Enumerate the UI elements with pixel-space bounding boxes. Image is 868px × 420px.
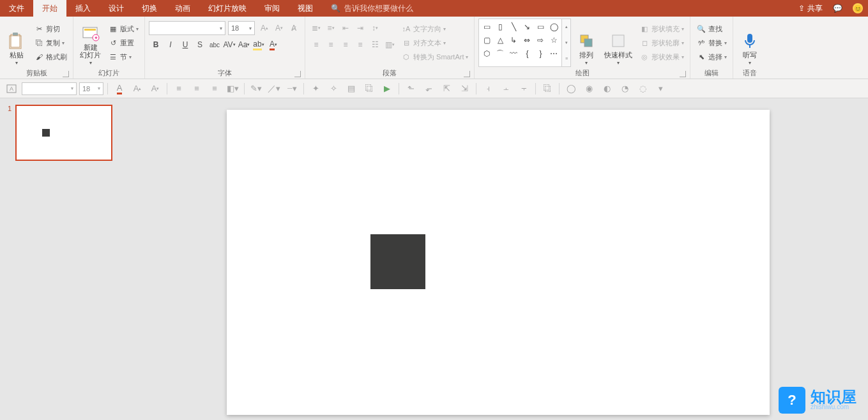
q-distribute-h[interactable]: ⫠ xyxy=(498,82,514,96)
shape-line-icon[interactable]: ╲ xyxy=(507,20,520,33)
q-shapecolor[interactable]: ◧▾ xyxy=(225,82,240,96)
tab-home[interactable]: 开始 xyxy=(33,0,66,17)
q-anim1[interactable]: ✦ xyxy=(308,82,323,96)
shapes-gallery-scroll[interactable]: ▴▾≡ xyxy=(562,19,571,67)
shape-oval-icon[interactable]: ◯ xyxy=(547,20,560,33)
arrange-button[interactable]: 排列 ▾ xyxy=(574,19,599,67)
columns-button[interactable]: ▥▾ xyxy=(383,38,397,52)
replace-button[interactable]: ᵃ⁄ᵇ替换▾ xyxy=(694,36,729,49)
underline-button[interactable]: U xyxy=(178,38,192,52)
align-center-button[interactable]: ≡ xyxy=(324,38,338,52)
q-bring-forward[interactable]: ⇱ xyxy=(439,82,454,96)
highlight-button[interactable]: ab▾ xyxy=(252,38,266,52)
q-send-back[interactable]: ⬐ xyxy=(421,82,436,96)
shape-textbox-icon[interactable]: ▭ xyxy=(480,20,493,33)
shape-curve-icon[interactable]: 〰 xyxy=(507,47,520,60)
q-align[interactable]: ⫞ xyxy=(480,82,496,96)
q-merge5[interactable]: ◌ xyxy=(635,82,650,96)
share-button[interactable]: ⇪ 共享 xyxy=(798,3,823,14)
section-button[interactable]: ☰节▾ xyxy=(106,50,141,63)
shape-hex-icon[interactable]: ⬡ xyxy=(480,47,493,60)
reset-button[interactable]: ↺重置 xyxy=(106,36,141,49)
tab-transition[interactable]: 切换 xyxy=(133,0,166,17)
shape-outline-button[interactable]: ◻形状轮廓▾ xyxy=(637,36,686,49)
paste-button[interactable]: 粘贴 ▾ xyxy=(4,19,29,67)
q-font-select[interactable]: ▾ xyxy=(22,82,77,95)
quick-styles-button[interactable]: 快速样式 ▾ xyxy=(602,19,635,67)
shape-effects-button[interactable]: ◎形状效果▾ xyxy=(637,50,686,63)
q-merge3[interactable]: ◐ xyxy=(599,82,614,96)
shape-triangle-icon[interactable]: △ xyxy=(494,34,506,47)
drawing-launcher[interactable] xyxy=(680,71,686,77)
shape-star-icon[interactable]: ☆ xyxy=(547,34,560,47)
line-spacing-button[interactable]: ↕▾ xyxy=(368,21,382,35)
find-button[interactable]: 🔍查找 xyxy=(694,22,729,35)
q-decfont[interactable]: A▾ xyxy=(148,82,163,96)
tab-design[interactable]: 设计 xyxy=(100,0,133,17)
q-incfont[interactable]: A▴ xyxy=(130,82,145,96)
tab-slideshow[interactable]: 幻灯片放映 xyxy=(199,0,255,17)
shape-square[interactable] xyxy=(370,234,425,289)
justify-button[interactable]: ≡ xyxy=(353,38,367,52)
q-merge4[interactable]: ◔ xyxy=(617,82,632,96)
select-button[interactable]: ⬉选择▾ xyxy=(694,50,729,63)
convert-smartart-button[interactable]: ⬡转换为 SmartArt▾ xyxy=(399,50,470,63)
italic-button[interactable]: I xyxy=(164,38,178,52)
q-group[interactable]: ⿻ xyxy=(362,82,377,96)
slide-thumbnails-panel[interactable]: 1 xyxy=(0,98,128,420)
bold-button[interactable]: B xyxy=(149,38,163,52)
account-smiley-icon[interactable]: 😊 xyxy=(853,3,863,13)
new-slide-button[interactable]: ✦ 新建 幻灯片 ▾ xyxy=(77,19,103,67)
shape-elbow-icon[interactable]: ↳ xyxy=(507,34,520,47)
format-painter-button[interactable]: 🖌格式刷 xyxy=(32,50,69,63)
shape-brace-r-icon[interactable]: } xyxy=(534,47,547,60)
clear-format-button[interactable]: A̷ xyxy=(287,21,301,35)
q-distribute-v[interactable]: ⫟ xyxy=(516,82,531,96)
font-launcher[interactable] xyxy=(294,71,301,77)
text-direction-button[interactable]: ↕A文字方向▾ xyxy=(399,22,470,35)
q-align-r[interactable]: ≡ xyxy=(207,82,222,96)
q-send-backward[interactable]: ⇲ xyxy=(457,82,472,96)
increase-font-button[interactable]: A▴ xyxy=(257,21,271,35)
shape-lr-arrow-icon[interactable]: ⇔ xyxy=(521,34,533,47)
q-more[interactable]: ▾ xyxy=(653,82,668,96)
font-color-button[interactable]: A▾ xyxy=(266,38,280,52)
shape-arrowline-icon[interactable]: ↘ xyxy=(521,20,533,33)
layout-button[interactable]: ▦版式▾ xyxy=(106,22,141,35)
thumb-item[interactable]: 1 xyxy=(8,105,120,161)
shape-brace-l-icon[interactable]: { xyxy=(521,47,533,60)
shape-more-icon[interactable]: ⋯ xyxy=(547,47,560,60)
numbering-button[interactable]: ≡▾ xyxy=(324,21,338,35)
increase-indent-button[interactable]: ⇥ xyxy=(353,21,367,35)
tab-animation[interactable]: 动画 xyxy=(166,0,199,17)
q-play[interactable]: ▶ xyxy=(379,82,395,96)
char-spacing-button[interactable]: AV▾ xyxy=(222,38,236,52)
shadow-button[interactable]: abc xyxy=(208,38,222,52)
comments-icon[interactable]: 💬 xyxy=(833,4,842,13)
shape-vtext-icon[interactable]: ▯ xyxy=(494,20,506,33)
q-merge2[interactable]: ◉ xyxy=(581,82,597,96)
tell-me-search[interactable]: 🔍 告诉我你想要做什么 xyxy=(322,0,413,17)
q-align-c[interactable]: ≡ xyxy=(189,82,204,96)
q-bring-front[interactable]: ⬑ xyxy=(403,82,418,96)
paragraph-launcher[interactable] xyxy=(464,71,470,77)
shape-fill-button[interactable]: ◧形状填充▾ xyxy=(637,22,686,35)
slide-canvas-area[interactable] xyxy=(128,98,868,420)
align-right-button[interactable]: ≡ xyxy=(339,38,353,52)
distribute-button[interactable]: ☷ xyxy=(368,38,382,52)
tab-file[interactable]: 文件 xyxy=(0,0,33,17)
tab-insert[interactable]: 插入 xyxy=(66,0,100,17)
q-dash[interactable]: ┈▾ xyxy=(284,82,300,96)
change-case-button[interactable]: Aa▾ xyxy=(237,38,251,52)
align-text-button[interactable]: ⊟对齐文本▾ xyxy=(399,36,470,49)
textbox-qbtn[interactable]: A xyxy=(4,82,19,96)
cut-button[interactable]: ✂剪切 xyxy=(32,22,69,35)
bullets-button[interactable]: ≣▾ xyxy=(309,21,323,35)
q-eyedrop[interactable]: ✎▾ xyxy=(248,82,264,96)
slide[interactable] xyxy=(227,110,770,415)
thumb-preview[interactable] xyxy=(15,105,112,161)
shape-rect-icon[interactable]: ▭ xyxy=(534,20,547,33)
copy-button[interactable]: ⿻复制▾ xyxy=(32,36,69,49)
font-name-select[interactable]: ▾ xyxy=(149,21,225,35)
q-fontcolor[interactable]: A xyxy=(112,82,127,96)
